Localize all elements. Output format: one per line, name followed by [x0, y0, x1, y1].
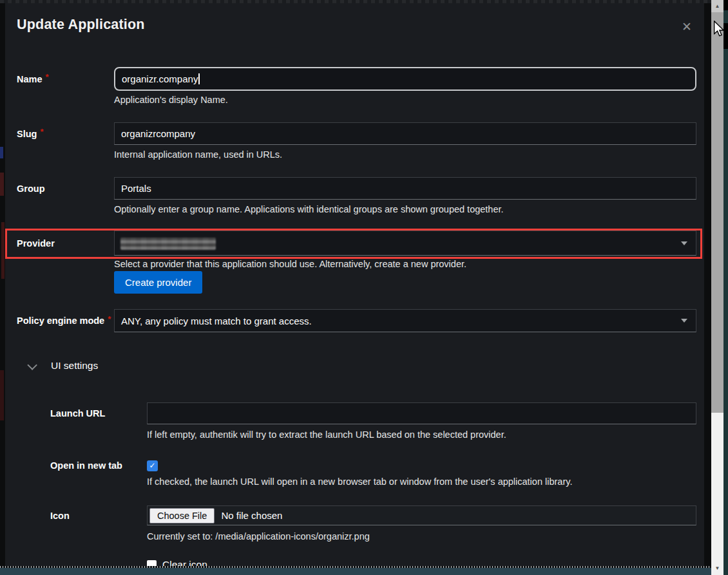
name-input[interactable]: organizr.company [114, 67, 696, 91]
window-right-edge [723, 0, 728, 575]
open-new-tab-label: Open in new tab [50, 456, 147, 475]
checkmark-icon: ✓ [149, 461, 155, 470]
choose-file-button[interactable]: Choose File [149, 508, 215, 523]
policy-engine-row: Policy engine mode* ANY, any policy must… [17, 309, 696, 332]
launch-url-row: Launch URL [50, 402, 696, 424]
provider-row: Provider [17, 231, 696, 256]
slug-help: Internal application name, used in URLs. [114, 149, 282, 160]
update-application-modal: Update Application ✕ Name* organizr.comp… [5, 3, 704, 567]
backdrop-fragment [0, 147, 3, 158]
scrollbar-thumb[interactable] [711, 12, 723, 413]
backdrop-fragment [0, 370, 4, 420]
name-help: Application's display Name. [114, 95, 228, 105]
backdrop-fragment [0, 173, 4, 196]
open-new-tab-help: If checked, the launch URL will open in … [147, 476, 572, 487]
scrollbar[interactable]: ▲ ▼ [711, 0, 723, 575]
provider-help: Select a provider that this application … [114, 259, 466, 269]
policy-engine-label: Policy engine mode* [17, 309, 114, 332]
policy-engine-select[interactable]: ANY, any policy must match to grant acce… [114, 309, 696, 332]
backdrop-fragment [1, 222, 5, 279]
slug-input[interactable]: organizrcompany [114, 122, 696, 145]
create-provider-button[interactable]: Create provider [114, 271, 202, 294]
icon-label: Icon [50, 505, 147, 525]
icon-row: Icon Choose File No file chosen [50, 505, 696, 525]
scroll-up-icon[interactable]: ▲ [711, 0, 723, 12]
modal-top-edge [0, 0, 711, 3]
scroll-down-icon[interactable]: ▼ [711, 562, 723, 574]
ui-settings-section-toggle[interactable]: UI settings [30, 358, 98, 373]
chevron-down-icon [681, 319, 687, 323]
chevron-down-icon [681, 241, 687, 245]
slug-label: Slug* [17, 122, 114, 145]
edge-patch [723, 0, 728, 10]
group-input[interactable]: Portals [114, 177, 696, 200]
chevron-down-icon [27, 360, 37, 370]
section-label: UI settings [51, 360, 98, 372]
slug-row: Slug* organizrcompany [17, 122, 696, 145]
open-new-tab-row: Open in new tab ✓ [50, 456, 696, 475]
name-row: Name* organizr.company [17, 67, 696, 91]
redacted-provider-value [120, 238, 216, 250]
file-status-text: No file chosen [221, 510, 282, 521]
text-cursor [198, 73, 200, 84]
name-label: Name* [17, 67, 114, 91]
required-marker: * [46, 72, 49, 82]
close-icon[interactable]: ✕ [679, 19, 694, 34]
page-bottom-strip [0, 568, 711, 575]
group-label: Group [17, 177, 114, 200]
icon-help: Currently set to: /media/application-ico… [147, 531, 370, 542]
page-title: Update Application [17, 17, 145, 33]
icon-file-input[interactable]: Choose File No file chosen [147, 505, 696, 525]
launch-url-input[interactable] [147, 402, 696, 424]
group-help: Optionally enter a group name. Applicati… [114, 204, 504, 214]
required-marker: * [108, 314, 111, 324]
provider-label: Provider [17, 231, 114, 256]
launch-url-label: Launch URL [50, 402, 147, 424]
required-marker: * [40, 127, 43, 137]
provider-select[interactable] [114, 231, 696, 256]
edge-patch [723, 23, 728, 49]
group-row: Group Portals [17, 177, 696, 200]
open-new-tab-checkbox[interactable]: ✓ [147, 460, 158, 471]
launch-url-help: If left empty, authentik will try to ext… [147, 429, 506, 440]
